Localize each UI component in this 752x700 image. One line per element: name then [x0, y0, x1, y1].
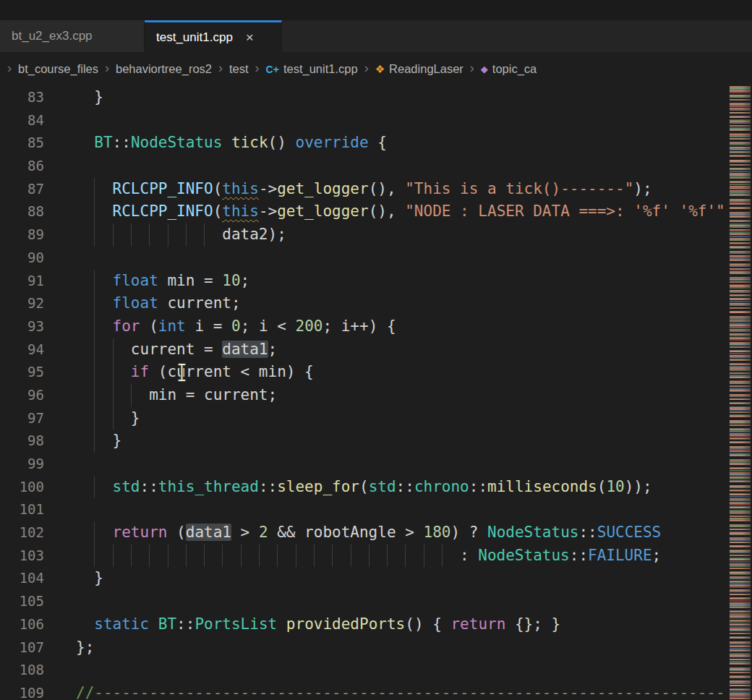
code-token: std: [369, 478, 396, 495]
code-line-content[interactable]: min = current;: [76, 384, 727, 407]
code-line-content[interactable]: [76, 109, 727, 132]
indent-guide: [204, 223, 205, 247]
line-number: 106: [0, 613, 76, 636]
code-line[interactable]: 98 }: [0, 430, 752, 453]
code-line-content[interactable]: RCLCPP_INFO(this->get_logger(), "NODE : …: [76, 200, 727, 223]
code-line[interactable]: 104 }: [0, 567, 752, 590]
code-line[interactable]: 103 : NodeStatus::FAILURE;: [0, 545, 752, 568]
breadcrumb-item-topic-symbol[interactable]: ◆ topic_ca: [481, 62, 537, 76]
line-number: 91: [0, 270, 76, 293]
code-token: [76, 615, 94, 633]
tab-bt-u2-ex3[interactable]: bt_u2_ex3.cpp: [0, 20, 145, 52]
code-line[interactable]: 92 float current;: [0, 292, 752, 315]
tab-test-unit1[interactable]: test_unit1.cpp ×: [145, 20, 282, 52]
code-token: current;: [158, 294, 241, 312]
code-line-content[interactable]: : NodeStatus::FAILURE;: [76, 545, 727, 568]
minimap[interactable]: [727, 86, 752, 700]
code-line-content[interactable]: [76, 155, 727, 178]
code-line-content[interactable]: if (current < min) {: [76, 361, 727, 384]
code-line-content[interactable]: float min = 10;: [76, 270, 727, 293]
window-title-strip: [0, 0, 752, 20]
code-line[interactable]: 107};: [0, 636, 752, 660]
indent-guide: [94, 384, 95, 407]
code-line-content[interactable]: }: [76, 86, 727, 109]
code-token: );: [633, 180, 651, 197]
code-token: }: [76, 569, 103, 586]
code-line-content[interactable]: std::this_thread::sleep_for(std::chrono:…: [76, 476, 727, 499]
code-token: milliseconds: [487, 478, 597, 495]
code-line[interactable]: 100 std::this_thread::sleep_for(std::chr…: [0, 476, 752, 499]
code-line[interactable]: 93 for (int i = 0; i < 200; i++) {: [0, 315, 752, 338]
code-line-content[interactable]: //--------------------------------------…: [76, 682, 727, 700]
code-line[interactable]: 106 static BT::PortsList providedPorts()…: [0, 613, 752, 636]
code-editor[interactable]: 83 }8485 BT::NodeStatus tick() override …: [0, 86, 752, 700]
code-token: data2);: [76, 226, 286, 243]
line-number: 93: [0, 315, 76, 338]
indent-guide: [131, 384, 132, 407]
breadcrumb-item-behaviortree-ros2[interactable]: behaviortree_ros2: [116, 62, 212, 76]
breadcrumb-item-test-unit1-cpp[interactable]: C+ test_unit1.cpp: [266, 62, 358, 76]
breadcrumb-item-bt-course-files[interactable]: bt_course_files: [18, 62, 98, 76]
code-token: (: [140, 317, 158, 335]
indent-guide: [241, 545, 242, 568]
code-token: [277, 615, 286, 633]
code-line-content[interactable]: };: [76, 636, 727, 660]
code-line[interactable]: 108: [0, 659, 752, 682]
code-line-content[interactable]: current = data1;: [76, 338, 727, 362]
code-line-content[interactable]: [76, 659, 727, 682]
code-line[interactable]: 96 min = current;: [0, 384, 752, 407]
code-token: ;: [241, 272, 250, 289]
code-token: (: [167, 524, 185, 541]
code-line-content[interactable]: [76, 590, 727, 613]
code-line-content[interactable]: static BT::PortsList providedPorts() { r…: [76, 613, 727, 636]
code-line[interactable]: 109//-----------------------------------…: [0, 682, 752, 700]
code-line[interactable]: 99: [0, 453, 752, 476]
code-line[interactable]: 95 if (current < min) {: [0, 361, 752, 384]
line-number: 99: [0, 453, 76, 476]
code-line[interactable]: 87 RCLCPP_INFO(this->get_logger(), "This…: [0, 178, 752, 201]
code-line[interactable]: 89 data2);: [0, 223, 752, 247]
code-line[interactable]: 90: [0, 247, 752, 270]
code-line-content[interactable]: data2);: [76, 223, 727, 247]
code-line-content[interactable]: }: [76, 567, 727, 590]
code-line-content[interactable]: [76, 247, 727, 270]
code-token: {: [369, 134, 387, 151]
breadcrumb-item-readinglaser[interactable]: ❖ ReadingLaser: [375, 62, 463, 76]
code-line-content[interactable]: for (int i = 0; i < 200; i++) {: [76, 315, 727, 338]
code-line-content[interactable]: float current;: [76, 292, 727, 315]
code-line[interactable]: 88 RCLCPP_INFO(this->get_logger(), "NODE…: [0, 200, 752, 223]
indent-guide: [94, 270, 95, 293]
chevron-right-icon: ›: [255, 61, 260, 76]
code-token: 200: [295, 317, 322, 335]
code-line[interactable]: 94 current = data1;: [0, 338, 752, 362]
chevron-right-icon: ›: [364, 61, 369, 76]
code-line-content[interactable]: RCLCPP_INFO(this->get_logger(), "This is…: [76, 178, 727, 201]
code-token: [149, 615, 158, 633]
code-token: };: [76, 639, 94, 656]
code-line-content[interactable]: return (data1 > 2 && robotAngle > 180) ?…: [76, 521, 727, 545]
line-number: 83: [0, 86, 76, 109]
code-line[interactable]: 101: [0, 498, 752, 521]
code-line-content[interactable]: BT::NodeStatus tick() override {: [76, 132, 727, 155]
code-line-content[interactable]: [76, 498, 727, 521]
cpp-file-icon: C+: [266, 64, 279, 75]
code-line-content[interactable]: [76, 453, 727, 476]
indent-guide: [405, 545, 406, 568]
code-line-content[interactable]: }: [76, 407, 727, 430]
code-line[interactable]: 84: [0, 109, 752, 132]
code-line[interactable]: 105: [0, 590, 752, 613]
code-line[interactable]: 85 BT::NodeStatus tick() override {: [0, 132, 752, 155]
indent-guide: [149, 545, 150, 568]
code-line[interactable]: 86: [0, 155, 752, 178]
code-line[interactable]: 83 }: [0, 86, 752, 109]
chevron-right-icon: ›: [7, 61, 12, 76]
line-number: 102: [0, 521, 76, 545]
code-token: i =: [186, 317, 231, 335]
code-line-content[interactable]: }: [76, 430, 727, 453]
indent-guide: [277, 545, 278, 568]
breadcrumb-item-test[interactable]: test: [229, 62, 249, 76]
code-line[interactable]: 97 }: [0, 407, 752, 430]
code-line[interactable]: 102 return (data1 > 2 && robotAngle > 18…: [0, 521, 752, 545]
code-line[interactable]: 91 float min = 10;: [0, 270, 752, 293]
close-tab-icon[interactable]: ×: [246, 30, 254, 44]
